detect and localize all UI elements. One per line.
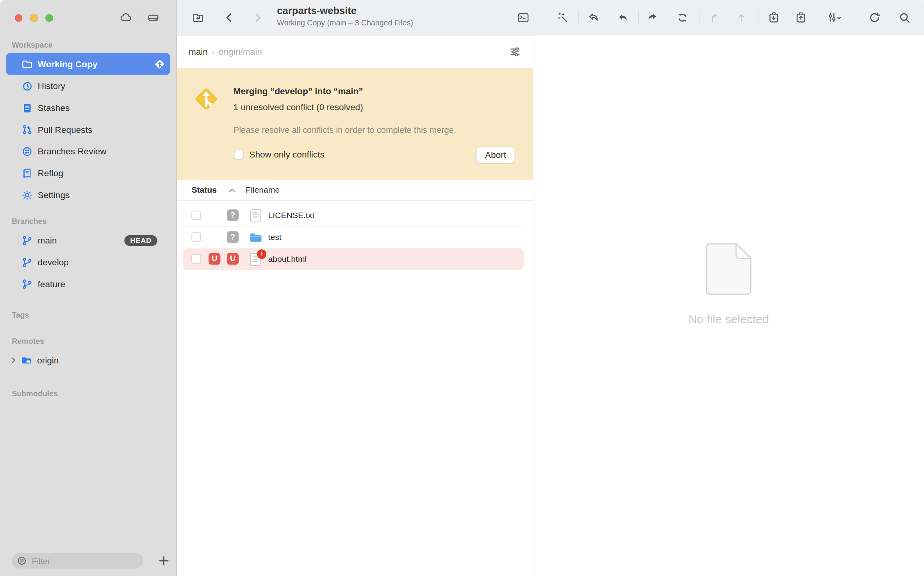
quick-launch-wand-icon[interactable]: [556, 11, 569, 24]
file-rows: ? LICENSE.txt ? test: [177, 201, 533, 576]
filename-column-header[interactable]: Filename: [246, 185, 280, 195]
file-row-test[interactable]: ? test: [177, 226, 533, 248]
main-column: carparts-website Working Copy (main – 3 …: [177, 0, 924, 576]
sidebar-item-label: Stashes: [38, 103, 70, 113]
sidebar: Workspace Working Copy History Stashes P…: [0, 0, 177, 576]
conflict-exclamation-icon: !: [257, 249, 266, 259]
empty-document-icon: [706, 243, 752, 295]
unmerged-status-badge: U: [227, 253, 239, 265]
head-badge: HEAD: [124, 235, 157, 245]
push-icon[interactable]: [646, 11, 659, 24]
toolbar-separator: [578, 10, 579, 25]
sidebar-item-settings[interactable]: Settings: [6, 184, 170, 206]
sidebar-item-reflog[interactable]: Reflog: [6, 162, 170, 184]
stash-save-icon[interactable]: [767, 11, 780, 24]
stash-apply-icon[interactable]: [794, 11, 807, 24]
toolbar-separator: [758, 10, 759, 25]
sidebar-item-stashes[interactable]: Stashes: [6, 97, 170, 118]
app-window-stage: Workspace Working Copy History Stashes P…: [0, 0, 924, 576]
pull-icon[interactable]: [616, 11, 629, 24]
sidebar-item-label: Reflog: [38, 168, 63, 178]
status-column-header[interactable]: Status: [191, 185, 217, 195]
remote-folder-cloud-icon: [21, 354, 32, 366]
filename: about.html: [268, 248, 307, 270]
git-branch-icon: [21, 278, 33, 290]
history-clock-icon: [21, 80, 33, 91]
view-options-sliders-icon[interactable]: [509, 46, 521, 57]
terminal-icon[interactable]: [517, 11, 530, 24]
close-button[interactable]: [15, 14, 23, 22]
breadcrumb-branch[interactable]: main: [189, 47, 208, 57]
stage-checkbox[interactable]: [191, 254, 201, 263]
repo-title-block: carparts-website Working Copy (main – 3 …: [277, 5, 413, 28]
filename: LICENSE.txt: [268, 205, 315, 227]
gear-icon: [21, 189, 33, 201]
toolbar: carparts-website Working Copy (main – 3 …: [177, 0, 924, 36]
back-chevron-icon[interactable]: [223, 11, 235, 24]
rebase-dashed-arrow-icon[interactable]: [735, 11, 748, 24]
fetch-icon[interactable]: [587, 11, 600, 24]
document-file-icon: !: [249, 252, 262, 267]
sidebar-branch-main[interactable]: main HEAD: [6, 229, 170, 251]
remote-label: origin: [37, 355, 59, 365]
local-drive-icon[interactable]: [147, 11, 160, 24]
branch-label: feature: [38, 279, 65, 289]
toolbar-separator: [699, 10, 700, 25]
show-only-conflicts-checkbox[interactable]: [234, 150, 243, 159]
merge-branch-icon[interactable]: [707, 11, 720, 24]
sidebar-footer: [0, 548, 176, 576]
merge-state-icon: [153, 57, 167, 71]
disclosure-chevron-icon[interactable]: [9, 356, 18, 364]
branch-label: develop: [38, 257, 69, 267]
filename: test: [268, 226, 282, 248]
breadcrumb-upstream[interactable]: origin/main: [219, 47, 262, 57]
file-row-about-conflicted[interactable]: U U ! about.html: [177, 248, 533, 270]
tags-section-header: Tags: [0, 310, 176, 321]
sidebar-item-label: Branches Review: [38, 146, 107, 156]
empty-state-message: No file selected: [689, 313, 769, 326]
sidebar-branch-develop[interactable]: develop: [6, 251, 170, 273]
merge-diamond-icon: [192, 85, 220, 113]
graph-options-sliders-icon[interactable]: [825, 11, 842, 24]
show-only-conflicts-label[interactable]: Show only conflicts: [249, 148, 324, 160]
file-list-header: Status Filename: [177, 180, 533, 201]
filter-field[interactable]: [12, 553, 143, 568]
folder-icon: [21, 58, 33, 70]
zoom-button[interactable]: [45, 14, 53, 22]
file-detail-panel: No file selected: [533, 36, 924, 576]
breadcrumb-separator: ›: [212, 47, 215, 56]
sidebar-item-label: Settings: [38, 190, 70, 200]
merge-banner-conflict-count: 1 unresolved conflict (0 resolved): [234, 102, 363, 113]
sidebar-item-branches-review[interactable]: Branches Review: [6, 140, 170, 162]
forward-chevron-icon[interactable]: [251, 11, 264, 24]
sidebar-remote-origin[interactable]: origin: [6, 349, 170, 371]
stage-checkbox[interactable]: [191, 211, 201, 220]
branch-label: main: [38, 235, 57, 245]
workspace-section-header: Workspace: [0, 40, 176, 51]
breadcrumb: main › origin/main: [177, 36, 533, 69]
refresh-icon[interactable]: [868, 11, 881, 24]
cloud-icon[interactable]: [120, 11, 132, 24]
titlebar-separator: [140, 10, 141, 25]
sync-icon[interactable]: [676, 11, 689, 24]
file-row-license[interactable]: ? LICENSE.txt: [177, 205, 533, 227]
abort-merge-button[interactable]: Abort: [476, 147, 515, 163]
stage-checkbox[interactable]: [191, 233, 201, 242]
search-icon[interactable]: [898, 11, 911, 24]
content-area: main › origin/main Merging “develop” int…: [177, 36, 924, 576]
branches-review-icon: [21, 145, 33, 157]
branches-section-header: Branches: [0, 216, 176, 227]
sidebar-item-working-copy[interactable]: Working Copy: [6, 53, 170, 75]
merge-banner-title: Merging “develop” into “main”: [234, 86, 363, 97]
toolbar-separator: [638, 10, 639, 25]
sidebar-item-label: History: [38, 81, 65, 91]
sidebar-item-pull-requests[interactable]: Pull Requests: [6, 118, 170, 140]
document-file-icon: [249, 209, 262, 223]
filter-input[interactable]: [30, 555, 138, 566]
sidebar-item-history[interactable]: History: [6, 75, 170, 97]
open-repository-icon[interactable]: [191, 11, 204, 24]
sidebar-branch-feature[interactable]: feature: [6, 273, 170, 295]
submodules-section-header: Submodules: [0, 388, 176, 399]
minimize-button[interactable]: [30, 14, 38, 22]
add-repository-button[interactable]: [155, 553, 172, 569]
